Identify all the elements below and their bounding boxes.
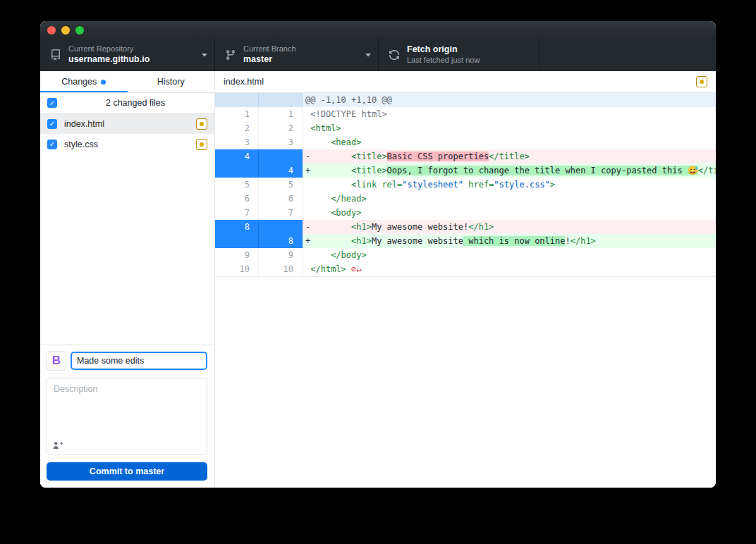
new-line-number[interactable] [259, 149, 303, 163]
commit-area: B Commit to master [40, 345, 214, 488]
diff-line-content: + <h1>My awesome website which is now on… [303, 234, 716, 248]
tab-history-label: History [157, 77, 185, 87]
old-line-number[interactable] [215, 234, 259, 248]
sidebar: Changes History ✓ 2 changed files ✓index… [40, 71, 215, 488]
new-line-number[interactable] [259, 220, 303, 234]
old-line-number[interactable] [215, 163, 259, 178]
fetch-origin-button[interactable]: Fetch origin Last fetched just now [379, 39, 539, 71]
current-repository-value: username.github.io [68, 54, 197, 66]
window-controls [47, 26, 84, 35]
commit-description-wrap [47, 378, 207, 455]
diff-line-content: - <title>Basic CSS properties</title> [303, 149, 716, 163]
old-line-number[interactable]: 10 [215, 262, 259, 276]
old-line-number[interactable]: 5 [215, 178, 259, 192]
old-line-number[interactable]: 3 [215, 135, 259, 149]
old-line-number[interactable]: 8 [215, 220, 259, 234]
diff-line-deleted[interactable]: 8- <h1>My awesome website!</h1> [215, 220, 716, 234]
file-rows: ✓index.html✓style.css [40, 113, 214, 154]
diff-file-header: index.html [215, 71, 716, 93]
diff-line-content: <html> [303, 121, 716, 135]
new-line-number[interactable]: 2 [259, 121, 303, 135]
chevron-down-icon [365, 54, 371, 57]
fetch-origin-status: Last fetched just now [407, 56, 532, 66]
minimize-button[interactable] [61, 26, 70, 35]
new-line-number[interactable]: 4 [259, 163, 303, 178]
diff-line-content: <!DOCTYPE html> [303, 107, 716, 121]
titlebar[interactable] [40, 21, 716, 39]
diff-line-context[interactable]: 77 <body> [215, 206, 716, 220]
diff-line-content: <link rel="stylesheet" href="style.css"> [303, 178, 716, 192]
sidebar-tabs: Changes History [40, 71, 214, 93]
changes-file-list: ✓ 2 changed files ✓index.html✓style.css [40, 93, 214, 345]
diff-line-added[interactable]: 4+ <title>Oops, I forgot to change the t… [215, 163, 716, 178]
changed-files-count: 2 changed files [63, 98, 207, 108]
current-branch-label: Current Branch [243, 44, 361, 54]
file-row-style.css[interactable]: ✓style.css [40, 134, 214, 154]
new-line-number[interactable]: 1 [259, 107, 303, 121]
old-line-number[interactable]: 9 [215, 248, 259, 262]
new-line-number[interactable]: 7 [259, 206, 303, 220]
new-line-number[interactable]: 9 [259, 248, 303, 262]
toolbar-spacer [539, 39, 716, 71]
diff-line-content: </body> [303, 248, 716, 262]
diff-rows: @@ -1,10 +1,10 @@11 <!DOCTYPE html>22 <h… [215, 93, 716, 277]
old-line-number[interactable]: 2 [215, 121, 259, 135]
diff-line-context[interactable]: 33 <head> [215, 135, 716, 149]
diff-line-added[interactable]: 8+ <h1>My awesome website which is now o… [215, 234, 716, 248]
diff-hunk-row[interactable]: @@ -1,10 +1,10 @@ [215, 93, 716, 107]
diff-file-name: index.html [224, 77, 696, 87]
tab-changes-label: Changes [61, 77, 97, 87]
toolbar: Current Repository username.github.io Cu… [40, 39, 716, 71]
file-checkbox[interactable]: ✓ [47, 140, 57, 149]
git-branch-icon [225, 49, 236, 61]
add-coauthor-icon[interactable] [53, 441, 63, 450]
file-name: index.html [64, 119, 196, 129]
zoom-button[interactable] [75, 26, 84, 35]
old-line-number[interactable]: 7 [215, 206, 259, 220]
modified-status-icon [196, 139, 207, 150]
file-row-index.html[interactable]: ✓index.html [40, 113, 214, 134]
commit-summary-input[interactable] [71, 352, 207, 370]
old-line-number[interactable]: 1 [215, 107, 259, 121]
commit-button-branch: master [135, 466, 164, 476]
diff-pane: index.html @@ -1,10 +1,10 @@11 <!DOCTYPE… [215, 71, 716, 488]
tab-changes[interactable]: Changes [40, 71, 128, 92]
close-button[interactable] [47, 26, 56, 35]
diff-line-content: </head> [303, 192, 716, 206]
diff-line-context[interactable]: 11 <!DOCTYPE html> [215, 107, 716, 121]
current-branch-value: master [243, 54, 361, 66]
commit-button-prefix: Commit to [90, 466, 135, 476]
main-content: Changes History ✓ 2 changed files ✓index… [40, 71, 716, 488]
sync-icon [389, 49, 400, 61]
tab-history[interactable]: History [128, 71, 215, 92]
current-branch-button[interactable]: Current Branch master [215, 39, 379, 71]
github-desktop-window: Current Repository username.github.io Cu… [40, 21, 716, 488]
new-line-number[interactable]: 3 [259, 135, 303, 149]
old-line-number[interactable]: 4 [215, 149, 259, 163]
diff-body: @@ -1,10 +1,10 @@11 <!DOCTYPE html>22 <h… [215, 93, 716, 488]
new-line-number[interactable]: 5 [259, 178, 303, 192]
diff-line-content: <body> [303, 206, 716, 220]
new-line-number[interactable]: 10 [259, 262, 303, 276]
repo-icon [50, 49, 61, 61]
modified-status-icon [196, 118, 207, 130]
diff-line-context[interactable]: 66 </head> [215, 192, 716, 206]
file-checkbox[interactable]: ✓ [47, 119, 57, 129]
current-repository-button[interactable]: Current Repository username.github.io [40, 39, 215, 71]
diff-line-context[interactable]: 22 <html> [215, 121, 716, 135]
diff-line-context[interactable]: 1010 </html> ⊘↵ [215, 262, 716, 276]
diff-line-deleted[interactable]: 4- <title>Basic CSS properties</title> [215, 149, 716, 163]
new-line-number[interactable]: 8 [259, 234, 303, 248]
commit-button[interactable]: Commit to master [47, 462, 207, 481]
diff-line-context[interactable]: 55 <link rel="stylesheet" href="style.cs… [215, 178, 716, 192]
changed-files-header[interactable]: ✓ 2 changed files [40, 93, 214, 113]
diff-line-context[interactable]: 99 </body> [215, 248, 716, 262]
current-repository-label: Current Repository [68, 44, 197, 54]
diff-line-content: + <title>Oops, I forgot to change the ti… [303, 163, 716, 178]
select-all-checkbox[interactable]: ✓ [47, 98, 57, 108]
commit-description-input[interactable] [47, 378, 207, 455]
new-line-number[interactable]: 6 [259, 192, 303, 206]
modified-status-icon [696, 76, 707, 87]
diff-line-content: - <h1>My awesome website!</h1> [303, 220, 716, 234]
old-line-number[interactable]: 6 [215, 192, 259, 206]
